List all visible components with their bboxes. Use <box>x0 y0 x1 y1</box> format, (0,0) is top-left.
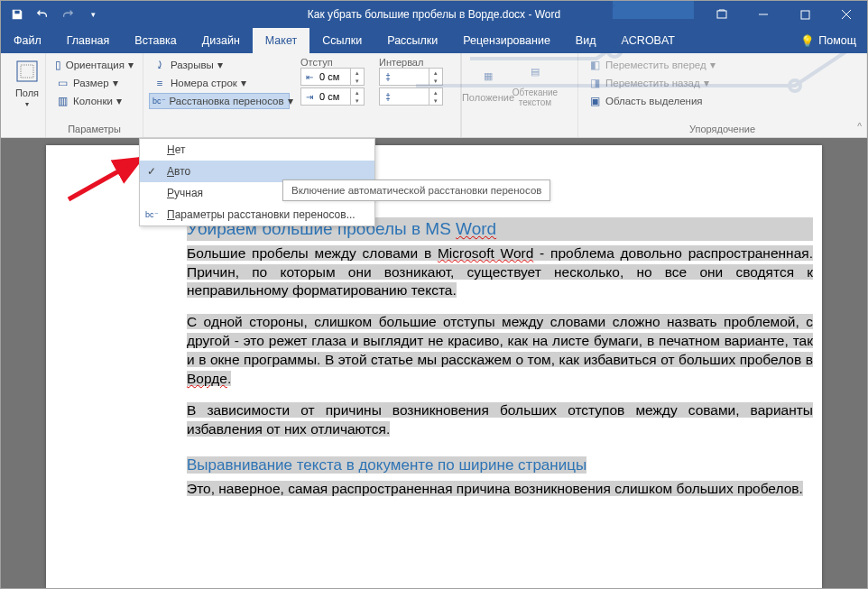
position-button: ▦ Положение <box>467 57 509 107</box>
columns-icon: ▥ <box>55 94 69 108</box>
line-numbers-icon: ≡ <box>152 76 167 90</box>
orientation-button[interactable]: ▯Ориентация ▾ <box>51 57 137 73</box>
selection-pane-button[interactable]: ▣Область выделения <box>584 93 861 109</box>
margins-icon <box>13 57 42 86</box>
bring-forward-icon: ◧ <box>587 58 602 72</box>
paragraph-1[interactable]: Большие пробелы между словами в Microsof… <box>187 244 813 301</box>
hyphenation-none[interactable]: Нет <box>140 139 374 161</box>
tab-view[interactable]: Вид <box>563 28 609 53</box>
spacing-label: Интервал <box>379 57 443 68</box>
svg-rect-5 <box>801 11 809 19</box>
chevron-down-icon: ▾ <box>25 100 29 108</box>
ribbon: Поля ▾ ▯Ориентация ▾ ▭Размер ▾ ▥Колонки … <box>1 53 867 138</box>
tooltip: Включение автоматической расстановки пер… <box>282 179 550 201</box>
size-button[interactable]: ▭Размер ▾ <box>51 75 137 91</box>
hyphenation-options-icon: bc⁻ <box>145 210 160 219</box>
spacing-before-input[interactable]: ‡ ▴▾ <box>379 68 443 86</box>
line-numbers-button[interactable]: ≡Номера строк ▾ <box>149 75 290 91</box>
tab-design[interactable]: Дизайн <box>189 28 253 53</box>
ribbon-tabs: Файл Главная Вставка Дизайн Макет Ссылки… <box>1 28 867 53</box>
svg-rect-6 <box>17 61 37 81</box>
heading-2[interactable]: Выравнивание текста в документе по ширин… <box>187 456 813 476</box>
undo-button[interactable] <box>32 4 53 25</box>
titlebar: ▾ Как убрать большие пробелы в Ворде.doc… <box>1 1 867 28</box>
close-button[interactable] <box>826 1 867 28</box>
qat-customize[interactable]: ▾ <box>82 4 104 25</box>
tab-file[interactable]: Файл <box>1 28 54 53</box>
hyphenation-options[interactable]: bc⁻Параметры расстановки переносов... <box>140 204 374 225</box>
paragraph-2[interactable]: С одной стороны, слишком большие отступы… <box>187 313 813 389</box>
user-account[interactable] <box>613 1 694 19</box>
size-icon: ▭ <box>55 76 69 90</box>
breaks-icon: ⤸ <box>152 58 167 72</box>
wrap-text-icon: ▤ <box>521 57 549 86</box>
document-title: Как убрать большие пробелы в Ворде.docx … <box>308 8 560 21</box>
hyphenation-button[interactable]: bc⁻Расстановка переносов ▾ <box>149 93 290 109</box>
indent-right-icon: ⇥ <box>301 92 318 102</box>
minimize-button[interactable] <box>743 1 784 28</box>
indent-left-input[interactable]: ⇤ ▴▾ <box>300 68 365 86</box>
paragraph-4[interactable]: Это, наверное, самая распространенная пр… <box>187 480 813 499</box>
group-arrange: Упорядочение <box>578 124 866 134</box>
tab-home[interactable]: Главная <box>54 28 123 53</box>
document-area: Убираем большие пробелы в MS Word Больши… <box>1 138 867 588</box>
spacing-after-input[interactable]: ‡ ▴▾ <box>379 87 443 106</box>
tab-references[interactable]: Ссылки <box>309 28 374 53</box>
tab-mailings[interactable]: Рассылки <box>374 28 450 53</box>
bring-forward-button: ◧Переместить вперед ▾ <box>584 57 861 73</box>
tab-insert[interactable]: Вставка <box>122 28 189 53</box>
indent-right-input[interactable]: ⇥ ▴▾ <box>300 87 365 106</box>
wrap-text-button: ▤ Обтекание текстом <box>514 57 556 107</box>
tab-layout[interactable]: Макет <box>253 28 309 53</box>
send-backward-button: ◨Переместить назад ▾ <box>584 75 861 91</box>
tab-review[interactable]: Рецензирование <box>450 28 563 53</box>
indent-left-icon: ⇤ <box>301 72 318 82</box>
ribbon-options-button[interactable] <box>701 1 743 28</box>
check-icon: ✓ <box>147 165 156 178</box>
breaks-button[interactable]: ⤸Разрывы ▾ <box>149 57 290 73</box>
svg-rect-7 <box>21 65 33 78</box>
orientation-icon: ▯ <box>55 58 62 72</box>
redo-button[interactable] <box>57 4 78 25</box>
maximize-button[interactable] <box>784 1 826 28</box>
help-button[interactable]: 💡 Помощ <box>790 28 867 53</box>
spacing-before-icon: ‡ <box>380 72 396 82</box>
margins-button[interactable]: Поля ▾ <box>6 57 48 108</box>
svg-rect-3 <box>717 11 726 18</box>
hyphenation-icon: bc⁻ <box>152 94 166 108</box>
spacing-after-icon: ‡ <box>380 92 396 102</box>
position-icon: ▦ <box>474 61 503 90</box>
selection-pane-icon: ▣ <box>587 94 602 108</box>
save-button[interactable] <box>6 4 28 25</box>
paragraph-3[interactable]: В зависимости от причины возникновения б… <box>187 401 813 439</box>
lightbulb-icon: 💡 <box>800 34 815 48</box>
tab-acrobat[interactable]: ACROBAT <box>608 28 688 53</box>
columns-button[interactable]: ▥Колонки ▾ <box>51 93 137 109</box>
indent-label: Отступ <box>300 57 365 68</box>
group-page-setup: Параметры <box>46 124 143 134</box>
send-backward-icon: ◨ <box>587 76 602 90</box>
collapse-ribbon-button[interactable]: ^ <box>857 122 862 132</box>
